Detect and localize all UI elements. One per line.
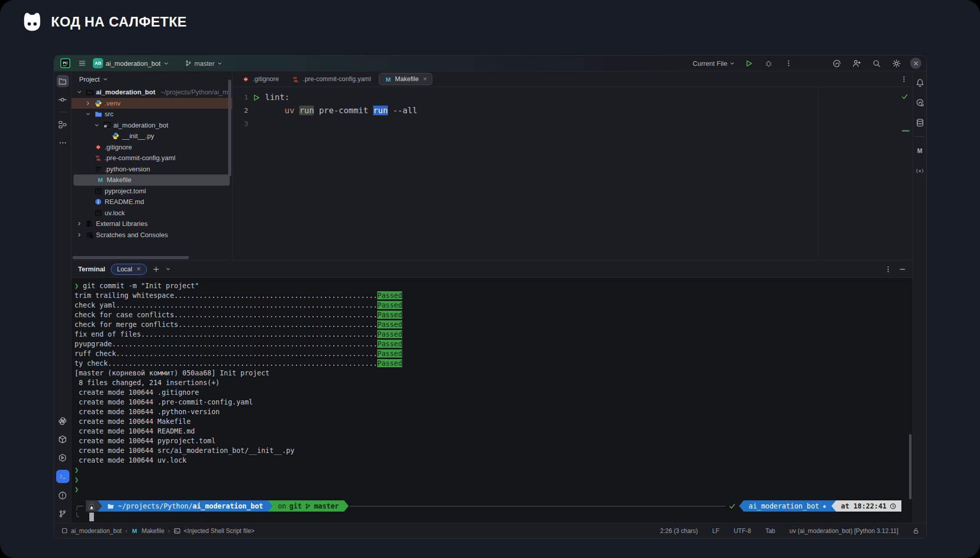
run-button[interactable] — [743, 57, 755, 69]
code-line-3[interactable]: 3 — [233, 117, 913, 131]
python-tool-button[interactable] — [57, 415, 69, 427]
inline-values-tool-button[interactable]: (x) — [914, 164, 926, 176]
structure-tool-button[interactable] — [57, 118, 69, 131]
tree-item-ai-moderation-bot[interactable]: ai_moderation_bot~/projects/Python/ai_mo… — [71, 87, 232, 98]
commit-tool-button[interactable] — [57, 93, 69, 106]
tree-item-pre-commit-config-yaml[interactable]: YAML.pre-commit-config.yaml — [71, 153, 232, 164]
git-file-icon — [242, 75, 250, 83]
terminal-line: ❯ — [75, 475, 913, 485]
debug-button[interactable] — [763, 57, 775, 69]
code-line-2[interactable]: 2 uv run pre-commit run --all — [233, 104, 913, 117]
editor-code-area[interactable]: 1lint:2 uv run pre-commit run --all3 — [233, 87, 913, 260]
tree-item-readme-md[interactable]: README.md — [71, 196, 232, 208]
chevron-right-icon[interactable] — [76, 221, 83, 226]
makefile-tool-tool-button[interactable]: M — [914, 144, 926, 157]
status-item-lf[interactable]: LF — [712, 527, 719, 535]
line-number: 3 — [233, 117, 248, 131]
services-tool-button[interactable] — [57, 451, 69, 464]
close-tab-icon[interactable]: × — [423, 75, 427, 83]
tree-item-gitignore[interactable]: .gitignore — [71, 142, 232, 153]
chevron-down-icon[interactable] — [93, 122, 101, 128]
time-segment: at 18:22:41 — [836, 500, 901, 512]
breadcrumb-makefile[interactable]: MMakefile — [131, 527, 164, 535]
tree-item-pyproject-toml[interactable]: pyproject.toml — [71, 186, 232, 197]
main-menu-button[interactable] — [76, 57, 88, 69]
editor-tab-makefile[interactable]: MMakefile× — [379, 73, 433, 85]
project-tree: ai_moderation_bot~/projects/Python/ai_mo… — [71, 87, 232, 240]
branch-selector[interactable]: master — [185, 60, 223, 67]
chevron-down-icon[interactable] — [76, 89, 83, 95]
status-item-utf-8[interactable]: UTF-8 — [733, 527, 751, 535]
code-with-me-button[interactable] — [850, 57, 863, 69]
tree-item-init-py[interactable]: __init__.py — [71, 131, 232, 142]
chevron-right-icon[interactable] — [76, 232, 83, 238]
terminal-output[interactable]: ❯ git commit -m "Init project"trim trail… — [71, 278, 913, 523]
run-line-icon[interactable] — [250, 94, 263, 102]
folder-src-icon — [94, 110, 103, 118]
terminal-tool-button[interactable] — [56, 470, 69, 483]
inspections-ok-icon[interactable] — [901, 93, 908, 100]
python-packages-icon — [58, 435, 67, 444]
powerline-arrow — [97, 500, 102, 512]
more-actions-button[interactable] — [782, 57, 795, 69]
terminal-tab-dropdown-icon[interactable] — [165, 266, 171, 272]
project-panel-header[interactable]: Project — [71, 71, 232, 87]
ide-window: PC AB ai_moderation_bot master Current F… — [54, 55, 927, 539]
close-window-button[interactable] — [910, 58, 921, 69]
hamburger-icon — [78, 59, 86, 67]
project-vertical-scrollbar[interactable] — [228, 80, 231, 176]
editor-tab-gitignore[interactable]: .gitignore — [236, 73, 284, 85]
settings-button[interactable] — [890, 57, 902, 69]
new-terminal-tab-button[interactable] — [153, 266, 160, 273]
project-horizontal-scrollbar[interactable] — [72, 256, 189, 259]
status-bar: ai_moderation_bot›MMakefile›<Injected Sh… — [54, 523, 926, 538]
path-text: ~/projects/Python/ai_moderation_bot — [118, 501, 263, 511]
terminal-scrollbar[interactable] — [909, 434, 912, 499]
problems-tool-button[interactable] — [57, 489, 69, 501]
notifications-tool-button[interactable] — [914, 77, 926, 89]
run-config-selector[interactable]: Current File — [693, 60, 735, 67]
tree-item-src[interactable]: src — [71, 109, 232, 120]
project-selector[interactable]: AB ai_moderation_bot — [93, 58, 169, 68]
tree-item-scratches-and-consoles[interactable]: Scratches and Consoles — [71, 230, 232, 241]
venv-name: ai_moderation_bot — [749, 501, 819, 511]
code-line-1[interactable]: 1lint: — [233, 91, 913, 104]
minimize-icon[interactable] — [899, 266, 906, 273]
tree-item-external-libraries[interactable]: External Libraries — [71, 218, 232, 230]
python-file-icon — [111, 132, 120, 140]
editor-tab-pre-commit-config-yaml[interactable]: YAML.pre-commit-config.yaml — [286, 73, 376, 85]
database-tool-button[interactable] — [914, 116, 926, 129]
status-item-tab[interactable]: Tab — [765, 527, 775, 535]
breadcrumb-injected-shell-script-file[interactable]: <Injected Shell Script file> — [174, 527, 255, 535]
ai-chat-tool-button[interactable] — [914, 96, 926, 109]
tree-item-makefile[interactable]: MMakefile — [74, 174, 230, 186]
svg-text:M: M — [385, 75, 390, 82]
play-icon — [745, 60, 753, 67]
terminal-cursor — [89, 513, 94, 521]
chevron-down-icon[interactable] — [84, 111, 92, 117]
search-everywhere-button[interactable] — [870, 57, 883, 69]
close-tab-icon[interactable]: ✕ — [136, 266, 141, 272]
terminal-line: check for merge conflicts...............… — [75, 320, 913, 329]
python-packages-tool-button[interactable] — [57, 433, 69, 445]
tree-item-label: __init__.py — [122, 132, 154, 140]
breadcrumb-ai-moderation-bot[interactable]: ai_moderation_bot — [61, 527, 121, 535]
tree-item-python-version[interactable]: .python-version — [71, 164, 232, 175]
tab-options-kebab-icon[interactable] — [900, 75, 908, 83]
tree-item-venv[interactable]: .venv — [71, 98, 232, 109]
chevron-right-icon[interactable] — [84, 100, 92, 106]
status-item-2-26-3-chars[interactable]: 2:26 (3 chars) — [660, 527, 698, 535]
terminal-tab-local[interactable]: Local ✕ — [111, 264, 147, 275]
shell-input-line[interactable]: ╰ — [75, 512, 913, 522]
more-tool-button[interactable] — [57, 137, 69, 149]
lock-open-icon[interactable] — [913, 527, 919, 535]
status-item-uv-ai-moderation-bot-pyt[interactable]: uv (ai_moderation_bot) [Python 3.12.11] — [790, 527, 898, 535]
project-folder-tool-button[interactable] — [57, 75, 69, 87]
tree-item-ai-moderation-bot[interactable]: ai_moderation_bot — [71, 120, 232, 131]
terminal-options-kebab-icon[interactable] — [885, 266, 892, 273]
tree-item-uv-lock[interactable]: uv.lock — [71, 208, 232, 219]
ai-assistant-button[interactable] — [830, 57, 843, 69]
git-branch-label: master — [314, 501, 339, 511]
version-control-tool-button[interactable] — [57, 508, 69, 520]
tux-icon — [88, 502, 95, 510]
